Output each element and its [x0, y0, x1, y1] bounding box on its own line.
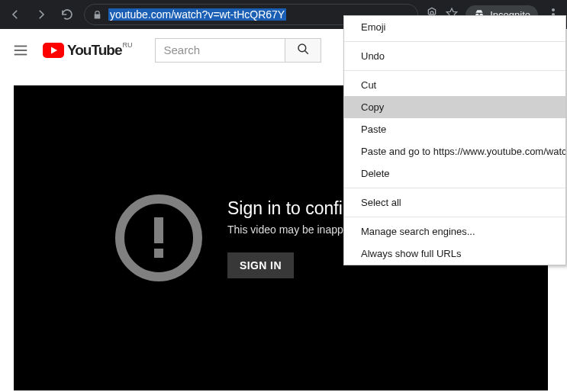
context-menu-separator: [344, 188, 565, 188]
context-menu-item[interactable]: Select all: [344, 191, 565, 214]
youtube-locale: RU: [122, 41, 132, 49]
svg-line-13: [305, 51, 308, 54]
lock-icon: [92, 10, 102, 20]
svg-rect-16: [154, 249, 163, 258]
context-menu-item[interactable]: Copy: [344, 96, 565, 118]
search-button[interactable]: [285, 38, 321, 63]
context-menu-item[interactable]: Cut: [344, 74, 565, 96]
context-menu-separator: [344, 217, 565, 217]
context-menu-item[interactable]: Always show full URLs: [344, 243, 565, 265]
youtube-logo[interactable]: YouTube RU: [43, 42, 121, 59]
svg-rect-15: [154, 217, 163, 243]
warning-icon: [113, 192, 205, 284]
context-menu-item[interactable]: Emoji: [344, 16, 565, 38]
context-menu-item[interactable]: Manage search engines...: [344, 220, 565, 243]
search-icon: [296, 42, 310, 58]
context-menu: EmojiUndoCutCopyPastePaste and go to htt…: [343, 15, 566, 265]
back-button[interactable]: [6, 5, 24, 24]
context-menu-item[interactable]: Paste: [344, 118, 565, 140]
context-menu-item[interactable]: Paste and go to https://www.youtube.com/…: [344, 140, 565, 162]
url-text: youtube.com/watch?v=wt-tHcQR67Y: [108, 8, 286, 21]
context-menu-item[interactable]: Undo: [344, 45, 565, 67]
youtube-logo-text: YouTube: [67, 42, 121, 59]
forward-button[interactable]: [32, 5, 50, 24]
signin-button[interactable]: SIGN IN: [227, 252, 294, 278]
reload-button[interactable]: [58, 5, 76, 24]
svg-point-0: [430, 11, 433, 14]
search-box: [155, 38, 321, 63]
context-menu-separator: [344, 41, 565, 42]
svg-point-4: [552, 8, 555, 11]
svg-point-12: [298, 44, 306, 52]
context-menu-separator: [344, 70, 565, 71]
search-input[interactable]: [155, 38, 285, 63]
hamburger-icon[interactable]: [12, 42, 29, 59]
context-menu-item[interactable]: Delete: [344, 162, 565, 185]
